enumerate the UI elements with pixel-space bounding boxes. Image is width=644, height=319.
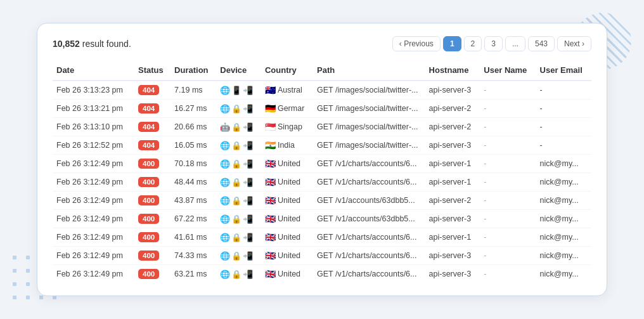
col-device: Device [216,60,261,81]
table-row[interactable]: Feb 26 3:13:23 pm 404 7.19 ms 🌐📱📲 🇦🇺 Aus… [53,81,591,100]
page-2-button[interactable]: 2 [464,36,482,51]
table-row[interactable]: Feb 26 3:12:49 pm 400 48.44 ms 🌐🔒📲 🇬🇧 Un… [53,173,591,192]
status-badge: 400 [138,269,159,279]
cell-email: nick@my... [536,210,591,228]
cell-device: 🌐🔒📲 [216,247,261,265]
table-row[interactable]: Feb 26 3:12:49 pm 400 41.61 ms 🌐🔒📲 🇬🇧 Un… [53,228,591,247]
cell-path: GET /images/social/twitter-... [313,118,425,136]
cell-path: GET /images/social/twitter-... [313,81,425,100]
country-name: United [278,214,300,223]
cell-hostname: api-server-3 [425,136,480,155]
cell-hostname: api-server-1 [425,228,480,247]
cell-device: 🌐🔒📲 [216,265,261,283]
cell-email: nick@my... [536,247,591,265]
col-country: Country [261,60,313,81]
status-badge: 400 [138,177,159,187]
cell-date: Feb 26 3:12:49 pm [53,155,134,173]
country-name: Germar [278,104,304,113]
cell-country: 🇬🇧 United [261,228,313,247]
cell-device: 🤖🔒📲 [216,118,261,136]
main-card: 10,852 result found. ‹ Previous 1 2 3 ..… [37,23,607,296]
cell-device: 🌐🔒📲 [216,136,261,155]
country-flag: 🇬🇧 [265,159,276,169]
cell-duration: 43.87 ms [171,192,216,210]
next-page-button[interactable]: Next › [557,36,591,51]
cell-username: - [480,173,536,192]
cell-status: 400 [134,192,171,210]
cell-duration: 20.66 ms [171,118,216,136]
cell-email: nick@my... [536,192,591,210]
country-name: India [278,141,295,150]
result-count-bold: 10,852 [53,39,80,49]
cell-country: 🇮🇳 India [261,136,313,155]
country-name: United [278,233,300,242]
cell-status: 404 [134,136,171,155]
table-body: Feb 26 3:13:23 pm 404 7.19 ms 🌐📱📲 🇦🇺 Aus… [53,81,591,283]
cell-path: GET /v1/accounts/63dbb5... [313,192,425,210]
page-543-button[interactable]: 543 [528,36,555,51]
cell-status: 400 [134,228,171,247]
cell-path: GET /images/social/twitter-... [313,100,425,118]
cell-duration: 41.61 ms [171,228,216,247]
table-row[interactable]: Feb 26 3:12:49 pm 400 67.22 ms 🌐🔒📲 🇬🇧 Un… [53,210,591,228]
cell-username: - [480,265,536,283]
cell-date: Feb 26 3:12:49 pm [53,265,134,283]
col-duration: Duration [171,60,216,81]
country-name: United [278,159,300,168]
country-flag: 🇬🇧 [265,195,276,205]
results-table: Date Status Duration Device Country Path… [53,60,591,283]
prev-page-button[interactable]: ‹ Previous [392,36,441,51]
cell-email: nick@my... [536,228,591,247]
cell-country: 🇦🇺 Austral [261,81,313,100]
col-path: Path [313,60,425,81]
table-row[interactable]: Feb 26 3:13:10 pm 404 20.66 ms 🤖🔒📲 🇸🇬 Si… [53,118,591,136]
col-hostname: Hostname [425,60,480,81]
col-date: Date [53,60,134,81]
cell-hostname: api-server-1 [425,155,480,173]
cell-hostname: api-server-3 [425,247,480,265]
cell-device: 🌐🔒📲 [216,228,261,247]
table-row[interactable]: Feb 26 3:12:49 pm 400 43.87 ms 🌐🔒📲 🇬🇧 Un… [53,192,591,210]
cell-duration: 70.18 ms [171,155,216,173]
col-email: User Email [536,60,591,81]
country-name: United [278,178,300,186]
cell-username: - [480,228,536,247]
cell-date: Feb 26 3:13:23 pm [53,81,134,100]
cell-date: Feb 26 3:12:49 pm [53,210,134,228]
cell-country: 🇬🇧 United [261,247,313,265]
table-header: Date Status Duration Device Country Path… [53,60,591,81]
country-name: Austral [278,86,302,94]
table-row[interactable]: Feb 26 3:13:21 pm 404 16.27 ms 🌐🔒📲 🇩🇪 Ge… [53,100,591,118]
cell-username: - [480,81,536,100]
cell-path: GET /v1/charts/accounts/6... [313,247,425,265]
page-3-button[interactable]: 3 [484,36,503,51]
table-row[interactable]: Feb 26 3:12:49 pm 400 63.21 ms 🌐🔒📲 🇬🇧 Un… [53,265,591,283]
cell-duration: 16.27 ms [171,100,216,118]
table-row[interactable]: Feb 26 3:12:49 pm 400 74.33 ms 🌐🔒📲 🇬🇧 Un… [53,247,591,265]
country-flag: 🇬🇧 [265,214,276,224]
cell-status: 400 [134,155,171,173]
status-badge: 400 [138,159,159,169]
country-flag: 🇬🇧 [265,232,276,242]
country-name: United [278,251,300,260]
cell-duration: 16.05 ms [171,136,216,155]
cell-email: - [536,100,591,118]
cell-device: 🌐🔒📲 [216,173,261,192]
page-1-button[interactable]: 1 [443,36,461,51]
cell-date: Feb 26 3:12:49 pm [53,247,134,265]
cell-hostname: api-server-3 [425,81,480,100]
country-flag: 🇬🇧 [265,177,276,187]
status-badge: 400 [138,214,159,224]
cell-country: 🇬🇧 United [261,155,313,173]
cell-email: nick@my... [536,173,591,192]
cell-country: 🇬🇧 United [261,210,313,228]
cell-status: 404 [134,118,171,136]
cell-status: 400 [134,210,171,228]
cell-status: 404 [134,100,171,118]
cell-hostname: api-server-2 [425,118,480,136]
table-row[interactable]: Feb 26 3:12:52 pm 404 16.05 ms 🌐🔒📲 🇮🇳 In… [53,136,591,155]
table-row[interactable]: Feb 26 3:12:49 pm 400 70.18 ms 🌐🔒📲 🇬🇧 Un… [53,155,591,173]
cell-username: - [480,136,536,155]
cell-device: 🌐🔒📲 [216,192,261,210]
cell-date: Feb 26 3:13:10 pm [53,118,134,136]
